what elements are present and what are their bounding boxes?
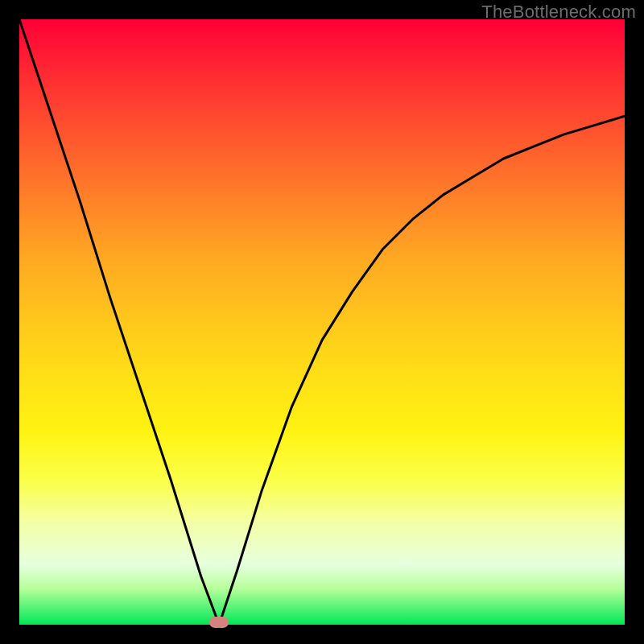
min-marker [209, 617, 229, 628]
bottleneck-curve [19, 19, 625, 625]
watermark-text: TheBottleneck.com [481, 2, 636, 23]
